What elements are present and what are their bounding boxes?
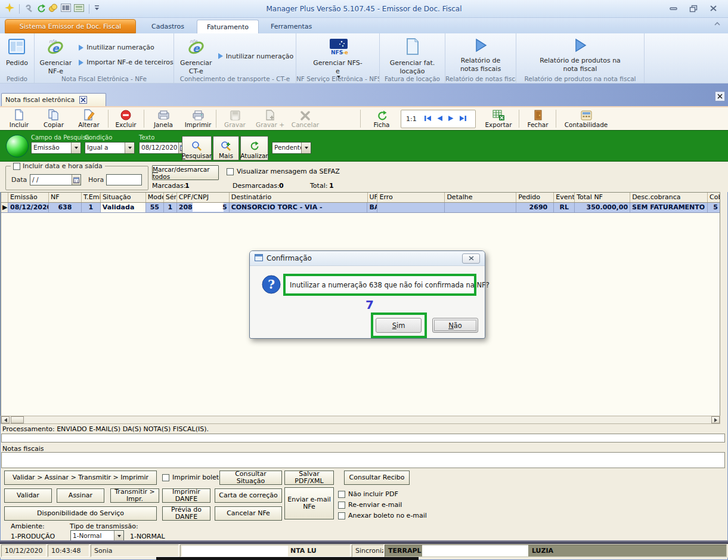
column-header[interactable]: Emissão	[8, 193, 49, 202]
campo-pesquisa-select[interactable]: Emissão	[31, 142, 81, 154]
tab-nota-fiscal-eletronica[interactable]: Nota fiscal eletrônica	[1, 93, 106, 106]
chevron-down-icon[interactable]	[125, 143, 134, 153]
status-orb	[6, 135, 29, 157]
reenviar-email-checkbox-row[interactable]: Re-enviar e-mail	[338, 501, 402, 509]
data-input[interactable]: / /	[30, 174, 81, 185]
nav-last-button[interactable]	[459, 115, 467, 123]
nav-next-button[interactable]	[448, 115, 454, 123]
scroll-right-arrow[interactable]	[711, 416, 720, 423]
application-button[interactable]: Sistema Emissor de Doc. Fiscal	[5, 19, 136, 33]
visualizar-sefaz-checkbox-row[interactable]: Visualizar mensagem da SEFAZ	[227, 168, 340, 175]
tab-ferramentas[interactable]: Ferramentas	[261, 20, 321, 33]
imprimir-danfe-button[interactable]: Imprimir DANFE	[162, 488, 210, 503]
column-header[interactable]: Total NF	[575, 193, 630, 202]
consultar-situacao-button[interactable]: Consultar Situação	[219, 471, 282, 485]
cancelar-nfe-button[interactable]: Cancelar NFe	[215, 506, 282, 521]
visualizar-sefaz-checkbox[interactable]	[227, 168, 234, 175]
consultar-recibo-button[interactable]: Consultar Recibo	[344, 471, 410, 485]
nao-incluir-pdf-checkbox-row[interactable]: Não incluir PDF	[338, 490, 398, 498]
nao-incluir-pdf-label: Não incluir PDF	[348, 490, 398, 498]
tipo-transmissao-text: 1-NORMAL	[130, 533, 165, 540]
imprimir-button[interactable]: Imprimir	[181, 109, 215, 130]
pesquisar-button[interactable]: Pesquisar	[182, 136, 212, 160]
column-header[interactable]: Cobra	[708, 193, 720, 202]
contabilidade-button[interactable]: Contabilidade	[559, 109, 613, 130]
column-header[interactable]: Modelo	[146, 193, 164, 202]
nao-incluir-pdf-checkbox[interactable]	[338, 491, 345, 498]
dialog-close-button[interactable]	[462, 253, 480, 264]
transmitir-imprimir-button[interactable]: Transmitir > Impr.	[110, 488, 159, 503]
collapse-ribbon-chevron-icon[interactable]	[714, 20, 721, 28]
alterar-button[interactable]: Alterar	[72, 109, 106, 130]
ficha-button[interactable]: Ficha	[365, 109, 398, 130]
table-row[interactable]: ▶ 08/12/2020 638 1 Validada 55 1 208 5 C…	[1, 203, 720, 213]
validar-button[interactable]: Validar	[4, 488, 52, 503]
anexar-boleto-checkbox-row[interactable]: Anexar boleto no e-mail	[338, 512, 427, 519]
copiar-button[interactable]: Copiar	[37, 109, 70, 130]
chevron-down-icon[interactable]	[301, 143, 311, 153]
fechar-button[interactable]: Fechar	[521, 109, 554, 130]
condicao-select[interactable]: Igual a	[85, 142, 135, 154]
column-header[interactable]: Série	[164, 193, 177, 202]
inutilizar-numeracao-cte-item[interactable]: Inutilizar numeração	[218, 52, 293, 60]
dialog-title-bar[interactable]: Confirmação	[250, 251, 485, 266]
processing-textbox[interactable]	[1, 434, 725, 443]
column-header[interactable]: CPF/CNPJ	[177, 193, 230, 202]
janela-button[interactable]: Janela	[147, 109, 180, 130]
mais-button[interactable]: Mais	[213, 136, 239, 160]
inutilizar-numeracao-nfe-item[interactable]: Inutilizar numeração	[79, 44, 173, 51]
enviar-email-nfe-button[interactable]: Enviar e-mail NFe	[284, 487, 334, 519]
texto-date-input[interactable]: 08/12/2020	[139, 142, 188, 154]
reenviar-email-checkbox[interactable]	[338, 502, 345, 509]
chevron-down-icon[interactable]	[71, 143, 80, 153]
importar-nfe-label: Importar NF-e de terceiros	[86, 58, 173, 66]
column-header[interactable]: UF	[368, 193, 378, 202]
nao-label: Não	[448, 321, 462, 330]
incluir-data-hora-checkbox[interactable]	[13, 163, 20, 170]
excluir-button[interactable]: Excluir	[110, 109, 142, 130]
column-header[interactable]: Pedido	[516, 193, 554, 202]
horizontal-scrollbar[interactable]	[1, 416, 720, 424]
disponibilidade-servico-button[interactable]: Disponibilidade do Serviço	[4, 506, 157, 521]
imprimir-boleto-checkbox-row[interactable]: Imprimir boleto	[162, 474, 223, 481]
minimize-button[interactable]	[670, 5, 677, 14]
previa-danfe-button[interactable]: Prévia do DANFE	[162, 506, 210, 521]
hora-input[interactable]	[106, 174, 142, 185]
validar-assinar-transmitir-imprimir-button[interactable]: Validar > Assinar > Transmitir > Imprimi…	[4, 471, 157, 485]
restore-button[interactable]	[689, 5, 698, 14]
condicao-label: Condição	[85, 134, 112, 141]
tab-faturamento[interactable]: Faturamento	[197, 20, 259, 33]
strip-close-button[interactable]	[715, 91, 725, 101]
marcar-desmarcar-button[interactable]: Marcar/desmarcar todos	[152, 165, 219, 180]
exportar-button[interactable]: Exportar	[481, 109, 516, 130]
close-button[interactable]	[710, 5, 717, 14]
status-filter-select[interactable]: Pendente	[272, 142, 311, 154]
nao-button[interactable]: Não	[432, 318, 478, 333]
column-header[interactable]: Evento	[554, 193, 575, 202]
column-header[interactable]: Erro	[377, 193, 445, 202]
anexar-boleto-checkbox[interactable]	[338, 512, 345, 519]
imprimir-boleto-checkbox[interactable]	[162, 474, 169, 481]
column-header[interactable]: Destinatário	[230, 193, 368, 202]
salvar-pdf-xml-button[interactable]: Salvar PDF/XML	[284, 471, 334, 485]
nav-previous-button[interactable]	[436, 115, 443, 123]
notas-fiscais-listbox[interactable]	[1, 452, 725, 468]
column-header[interactable]: NF	[49, 193, 82, 202]
carta-correcao-button[interactable]: Carta de correção	[215, 488, 282, 503]
importar-nfe-terceiros-item[interactable]: Importar NF-e de terceiros	[79, 58, 173, 66]
incluir-button[interactable]: Incluir	[2, 109, 36, 130]
column-header[interactable]: T.Emis.	[82, 193, 101, 202]
tab-close-icon[interactable]	[79, 96, 87, 104]
tab-cadastros[interactable]: Cadastros	[142, 20, 194, 33]
scrollbar-thumb[interactable]	[11, 416, 24, 423]
assinar-button[interactable]: Assinar	[57, 488, 104, 503]
column-header[interactable]: Detalhe	[445, 193, 516, 202]
scroll-left-arrow[interactable]	[1, 416, 10, 423]
ribbon-group-cte: nfee Gerenciar CT-e Inutilizar numeração…	[174, 33, 296, 83]
column-header[interactable]: Situação	[101, 193, 146, 202]
column-header[interactable]: Desc.cobranca	[630, 193, 708, 202]
atualizar-button[interactable]: Atualizar	[240, 136, 268, 160]
sim-button[interactable]: Sim	[376, 318, 422, 333]
calendar-icon[interactable]	[72, 175, 80, 185]
nav-first-button[interactable]	[424, 115, 432, 123]
